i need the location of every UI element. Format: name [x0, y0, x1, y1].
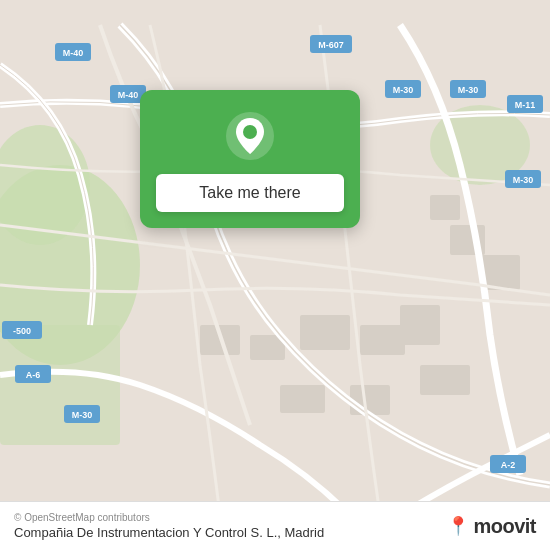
- bottom-info: © OpenStreetMap contributors Compañia De…: [14, 512, 324, 540]
- svg-rect-9: [400, 305, 440, 345]
- map-container: M-40 M-40 M-30 M-30 M-30 M-11 M-607 M-30…: [0, 0, 550, 550]
- svg-text:-500: -500: [13, 326, 31, 336]
- svg-text:M-30: M-30: [72, 410, 93, 420]
- moovit-logo: 📍 moovit: [447, 515, 536, 538]
- svg-rect-12: [280, 385, 325, 413]
- svg-text:M-11: M-11: [515, 100, 536, 110]
- svg-text:M-40: M-40: [63, 48, 84, 58]
- location-pin-icon: [224, 110, 276, 162]
- bottom-bar: © OpenStreetMap contributors Compañia De…: [0, 501, 550, 550]
- svg-text:A-6: A-6: [26, 370, 41, 380]
- svg-rect-8: [360, 325, 405, 355]
- svg-rect-11: [350, 385, 390, 415]
- svg-text:M-30: M-30: [393, 85, 414, 95]
- location-card: Take me there: [140, 90, 360, 228]
- moovit-pin-icon: 📍: [447, 515, 469, 537]
- attribution-text: © OpenStreetMap contributors: [14, 512, 324, 523]
- svg-text:A-2: A-2: [501, 460, 516, 470]
- location-name: Compañia De Instrumentacion Y Control S.…: [14, 525, 324, 540]
- moovit-brand-text: moovit: [473, 515, 536, 538]
- svg-point-42: [243, 125, 257, 139]
- svg-text:M-607: M-607: [318, 40, 344, 50]
- svg-rect-3: [0, 325, 120, 445]
- svg-text:M-30: M-30: [513, 175, 534, 185]
- svg-text:M-30: M-30: [458, 85, 479, 95]
- svg-rect-7: [300, 315, 350, 350]
- take-me-there-button[interactable]: Take me there: [156, 174, 344, 212]
- svg-rect-15: [430, 195, 460, 220]
- svg-rect-10: [420, 365, 470, 395]
- svg-text:M-40: M-40: [118, 90, 139, 100]
- map-background: M-40 M-40 M-30 M-30 M-30 M-11 M-607 M-30…: [0, 0, 550, 550]
